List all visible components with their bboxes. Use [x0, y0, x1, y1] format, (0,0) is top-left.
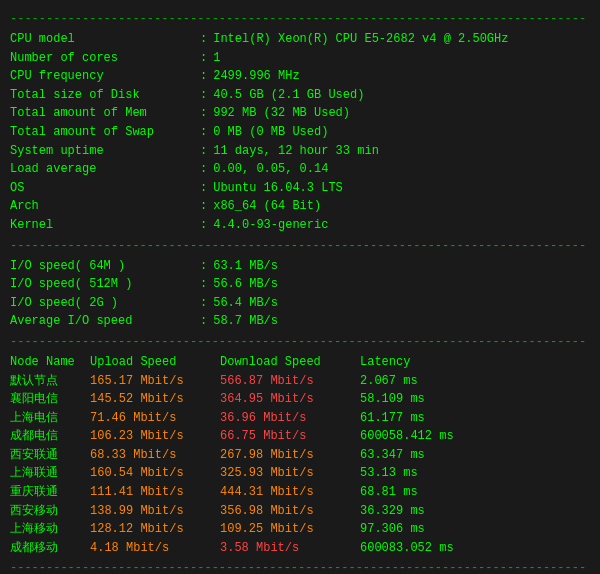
- node-download: 566.87 Mbit/s: [220, 372, 360, 391]
- node-row: 上海电信 71.46 Mbit/s 36.96 Mbit/s 61.177 ms: [10, 409, 590, 428]
- node-name: 上海移动: [10, 520, 90, 539]
- colon: :: [200, 197, 207, 216]
- iospeed-label: I/O speed( 2G ): [10, 294, 200, 313]
- sysinfo-row: Arch:x86_64 (64 Bit): [10, 197, 590, 216]
- header-node: Node Name: [10, 353, 90, 372]
- sysinfo-row: Load average:0.00, 0.05, 0.14: [10, 160, 590, 179]
- sysinfo-value: Ubuntu 16.04.3 LTS: [213, 179, 343, 198]
- sysinfo-label: Load average: [10, 160, 200, 179]
- iospeed-label: I/O speed( 512M ): [10, 275, 200, 294]
- sysinfo-label: CPU frequency: [10, 67, 200, 86]
- sysinfo-label: System uptime: [10, 142, 200, 161]
- node-latency: 58.109 ms: [360, 390, 425, 409]
- node-name: 上海电信: [10, 409, 90, 428]
- node-download: 36.96 Mbit/s: [220, 409, 360, 428]
- node-row: 上海联通 160.54 Mbit/s 325.93 Mbit/s 53.13 m…: [10, 464, 590, 483]
- colon: :: [200, 160, 207, 179]
- sysinfo-label: Total size of Disk: [10, 86, 200, 105]
- node-latency: 63.347 ms: [360, 446, 425, 465]
- node-section: Node Name Upload Speed Download Speed La…: [10, 353, 590, 574]
- node-row: 重庆联通 111.41 Mbit/s 444.31 Mbit/s 68.81 m…: [10, 483, 590, 502]
- node-download: 364.95 Mbit/s: [220, 390, 360, 409]
- node-name: 上海联通: [10, 464, 90, 483]
- sysinfo-value: 1: [213, 49, 220, 68]
- node-upload: 160.54 Mbit/s: [90, 464, 220, 483]
- sysinfo-label: CPU model: [10, 30, 200, 49]
- node-download: 325.93 Mbit/s: [220, 464, 360, 483]
- node-download: 267.98 Mbit/s: [220, 446, 360, 465]
- header-download: Download Speed: [220, 353, 360, 372]
- node-upload: 138.99 Mbit/s: [90, 502, 220, 521]
- iospeed-row: I/O speed( 64M ):63.1 MB/s: [10, 257, 590, 276]
- colon: :: [200, 67, 207, 86]
- node-upload: 68.33 Mbit/s: [90, 446, 220, 465]
- node-latency: 97.306 ms: [360, 520, 425, 539]
- node-name: 成都电信: [10, 427, 90, 446]
- sysinfo-value: 992 MB (32 MB Used): [213, 104, 350, 123]
- iospeed-label: Average I/O speed: [10, 312, 200, 331]
- colon: :: [200, 30, 207, 49]
- node-row: 西安移动 138.99 Mbit/s 356.98 Mbit/s 36.329 …: [10, 502, 590, 521]
- sysinfo-value: 11 days, 12 hour 33 min: [213, 142, 379, 161]
- node-row: 成都移动 4.18 Mbit/s 3.58 Mbit/s 600083.052 …: [10, 539, 590, 558]
- node-name: 重庆联通: [10, 483, 90, 502]
- node-latency: 53.13 ms: [360, 464, 418, 483]
- node-download: 66.75 Mbit/s: [220, 427, 360, 446]
- node-latency: 68.81 ms: [360, 483, 418, 502]
- node-name: 西安联通: [10, 446, 90, 465]
- sysinfo-row: Number of cores:1: [10, 49, 590, 68]
- colon: :: [200, 294, 207, 313]
- node-download: 3.58 Mbit/s: [220, 539, 360, 558]
- sysinfo-label: OS: [10, 179, 200, 198]
- node-latency: 2.067 ms: [360, 372, 418, 391]
- sysinfo-value: 0 MB (0 MB Used): [213, 123, 328, 142]
- node-upload: 165.17 Mbit/s: [90, 372, 220, 391]
- node-upload: 128.12 Mbit/s: [90, 520, 220, 539]
- node-download: 356.98 Mbit/s: [220, 502, 360, 521]
- sysinfo-row: CPU model:Intel(R) Xeon(R) CPU E5-2682 v…: [10, 30, 590, 49]
- node-upload: 71.46 Mbit/s: [90, 409, 220, 428]
- sysinfo-row: Kernel:4.4.0-93-generic: [10, 216, 590, 235]
- sysinfo-row: CPU frequency:2499.996 MHz: [10, 67, 590, 86]
- iospeed-value: 58.7 MB/s: [213, 312, 278, 331]
- node-row: 上海移动 128.12 Mbit/s 109.25 Mbit/s 97.306 …: [10, 520, 590, 539]
- sysinfo-label: Kernel: [10, 216, 200, 235]
- sysinfo-label: Total amount of Mem: [10, 104, 200, 123]
- sysinfo-row: Total amount of Mem:992 MB (32 MB Used): [10, 104, 590, 123]
- sysinfo-label: Total amount of Swap: [10, 123, 200, 142]
- colon: :: [200, 104, 207, 123]
- sysinfo-row: Total amount of Swap:0 MB (0 MB Used): [10, 123, 590, 142]
- iospeed-value: 63.1 MB/s: [213, 257, 278, 276]
- colon: :: [200, 216, 207, 235]
- node-upload: 145.52 Mbit/s: [90, 390, 220, 409]
- colon: :: [200, 123, 207, 142]
- node-row: 襄阳电信 145.52 Mbit/s 364.95 Mbit/s 58.109 …: [10, 390, 590, 409]
- colon: :: [200, 257, 207, 276]
- sysinfo-row: System uptime:11 days, 12 hour 33 min: [10, 142, 590, 161]
- iospeed-row: I/O speed( 512M ):56.6 MB/s: [10, 275, 590, 294]
- colon: :: [200, 142, 207, 161]
- node-upload: 106.23 Mbit/s: [90, 427, 220, 446]
- divider-after-nodes: ----------------------------------------…: [10, 561, 590, 574]
- header-upload: Upload Speed: [90, 353, 220, 372]
- node-name: 默认节点: [10, 372, 90, 391]
- iospeed-section: I/O speed( 64M ):63.1 MB/sI/O speed( 512…: [10, 257, 590, 349]
- colon: :: [200, 179, 207, 198]
- sysinfo-row: Total size of Disk:40.5 GB (2.1 GB Used): [10, 86, 590, 105]
- node-table-header: Node Name Upload Speed Download Speed La…: [10, 353, 590, 372]
- node-latency: 36.329 ms: [360, 502, 425, 521]
- node-latency: 600083.052 ms: [360, 539, 454, 558]
- iospeed-value: 56.6 MB/s: [213, 275, 278, 294]
- node-latency: 61.177 ms: [360, 409, 425, 428]
- iospeed-row: I/O speed( 2G ):56.4 MB/s: [10, 294, 590, 313]
- colon: :: [200, 49, 207, 68]
- iospeed-label: I/O speed( 64M ): [10, 257, 200, 276]
- colon: :: [200, 312, 207, 331]
- colon: :: [200, 86, 207, 105]
- node-row: 成都电信 106.23 Mbit/s 66.75 Mbit/s 600058.4…: [10, 427, 590, 446]
- sysinfo-value: x86_64 (64 Bit): [213, 197, 321, 216]
- divider-after-io: ----------------------------------------…: [10, 335, 590, 349]
- node-upload: 4.18 Mbit/s: [90, 539, 220, 558]
- sysinfo-label: Number of cores: [10, 49, 200, 68]
- sysinfo-value: 2499.996 MHz: [213, 67, 299, 86]
